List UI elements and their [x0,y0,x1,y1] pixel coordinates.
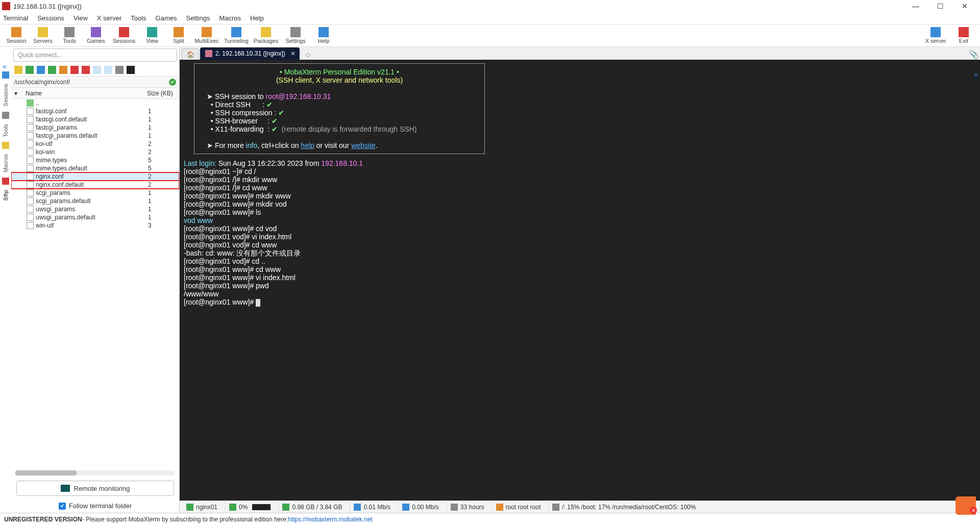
follow-checkbox[interactable]: ✔ [59,503,66,510]
tool-help[interactable]: Help [310,27,337,44]
menu-macros[interactable]: Macros [219,14,241,22]
help-link[interactable]: help [301,141,314,149]
file-icon [27,189,34,196]
file-row[interactable]: uwsgi_params1 [11,205,179,213]
cancel-icon[interactable] [70,66,79,74]
file-row[interactable]: .. [11,99,179,107]
add-tab-button[interactable]: ◇ [301,49,316,60]
file-row[interactable]: fastcgi_params.default1 [11,132,179,140]
chevron-right-icon[interactable]: » [974,70,978,79]
toggle-b-icon[interactable] [104,66,112,74]
remote-monitoring-button[interactable]: Remote monitoring [16,481,174,496]
delete-icon[interactable] [82,66,90,74]
sidetab-sftp[interactable]: Sftp [3,188,9,203]
col-name[interactable]: Name [20,90,143,97]
macros-icon[interactable] [2,142,9,149]
follow-terminal-row[interactable]: ✔ Follow terminal folder [11,499,179,513]
newfolder-icon[interactable] [59,66,67,74]
tool-x-server[interactable]: X server [921,27,950,44]
paperclip-icon[interactable]: 📎 [969,49,977,58]
tool-tools[interactable]: Tools [56,27,83,44]
terminal-tab[interactable]: 2. 192.168.10.31 ([nginx]) ✕ [200,47,300,60]
app-icon [2,2,10,10]
quick-connect-input[interactable]: Quick connect... [13,48,177,62]
registration-text: - Please support MobaXterm by subscribin… [82,516,288,523]
cursor [256,299,260,307]
tool-servers[interactable]: Servers [30,27,56,44]
menu-settings[interactable]: Settings [186,14,210,22]
tool-games[interactable]: Games [83,27,109,44]
file-row[interactable]: scgi_params.default1 [11,197,179,205]
tab-close-icon[interactable]: ✕ [290,50,296,57]
cpu-icon [229,504,236,511]
sftp-toolbar [11,63,179,77]
menu-x-server[interactable]: X server [97,14,121,22]
file-row[interactable]: uwsgi_params.default1 [11,213,179,221]
menu-terminal[interactable]: Terminal [3,14,28,22]
tool-sessions[interactable]: Sessions [109,27,139,44]
terminal-line: Last login: Sun Aug 13 16:22:30 2023 fro… [184,159,976,167]
more-mid2: or visit our [314,141,351,149]
session-icon [205,50,212,57]
sb-host: nginx01 [183,501,221,513]
sftp-path-bar[interactable]: /usr/local/nginx/conf/ ✔ [11,77,179,88]
tool-session[interactable]: Session [3,27,30,44]
minimize-button[interactable]: — [905,1,926,12]
menu-games[interactable]: Games [156,14,177,22]
h-scrollbar[interactable] [15,470,175,476]
file-icon [27,173,34,180]
terminal[interactable]: • MobaXterm Personal Edition v21.1 • (SS… [180,60,980,501]
sftp-icon[interactable] [2,178,9,185]
file-row[interactable]: mime.types.default5 [11,164,179,172]
tool-view[interactable]: View [139,27,165,44]
notification-badge[interactable]: ✕ [970,507,977,514]
folder-icon[interactable] [14,66,22,74]
terminal-line: [root@nginx01 www]# cd vod [184,224,976,233]
packages-icon [261,27,271,37]
tool-multiexec[interactable]: MultiExec [192,27,222,44]
remote-monitoring-label: Remote monitoring [74,485,130,492]
file-row[interactable]: fastcgi.conf1 [11,107,179,115]
tool-tunneling[interactable]: Tunneling [222,27,251,44]
file-row[interactable]: fastcgi_params1 [11,123,179,132]
menu-help[interactable]: Help [250,14,264,22]
file-row[interactable]: koi-utf2 [11,140,179,148]
toggle-a-icon[interactable] [93,66,101,74]
chevron-left-icon[interactable]: « [3,62,9,68]
close-button[interactable]: ✕ [954,1,975,12]
file-row[interactable]: koi-win2 [11,148,179,156]
file-list[interactable]: ..fastcgi.conf1fastcgi.conf.default1fast… [11,99,179,468]
file-row[interactable]: mime.types5 [11,156,179,164]
tool-packages[interactable]: Packages [251,27,281,44]
sidetab-tools[interactable]: Tools [3,122,9,139]
menu-sessions[interactable]: Sessions [37,14,64,22]
website-link[interactable]: website [351,141,375,149]
sidetab-sessions[interactable]: Sessions [3,82,9,109]
file-row[interactable]: nginx.conf2 [11,172,179,181]
home-tab[interactable]: 🏠 [182,48,199,60]
menu-view[interactable]: View [74,14,88,22]
tool-exit[interactable]: Exit [950,27,977,44]
tool-split[interactable]: Split [165,27,192,44]
file-icon [27,132,34,139]
menu-tools[interactable]: Tools [131,14,146,22]
upload-icon[interactable] [37,66,45,74]
registration-link[interactable]: https://mobaxterm.mobatek.net [288,516,372,523]
sidetab-macros[interactable]: Macros [3,152,9,174]
file-row[interactable]: win-utf3 [11,221,179,230]
download-icon[interactable] [26,66,34,74]
col-size[interactable]: Size (KB) [143,90,179,97]
sessions-icon [119,27,129,37]
file-row[interactable]: fastcgi.conf.default1 [11,115,179,123]
file-row[interactable]: scgi_params1 [11,189,179,197]
maximize-button[interactable]: ☐ [930,1,950,12]
pen-icon[interactable] [115,66,124,74]
refresh-icon[interactable] [48,66,56,74]
terminal-icon[interactable] [127,66,135,74]
terminal-line: [root@nginx01 vod]# vi index.html [184,233,976,241]
view-icon [147,27,157,37]
file-row[interactable]: nginx.conf.default2 [11,181,179,189]
tools-icon[interactable] [2,112,9,119]
tool-settings[interactable]: Settings [281,27,310,44]
sessions-icon[interactable] [2,71,9,79]
